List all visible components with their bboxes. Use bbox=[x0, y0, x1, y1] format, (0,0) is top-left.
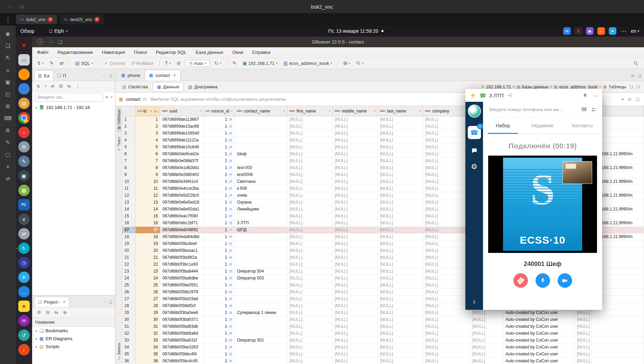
grid-cell[interactable]: [NULL] bbox=[423, 213, 470, 220]
grid-cell[interactable]: 24 bbox=[135, 275, 160, 282]
grid-cell[interactable]: [NULL] bbox=[378, 282, 423, 289]
grid-cell[interactable]: 1↗ bbox=[203, 213, 235, 220]
menu-item-6[interactable]: Окна bbox=[232, 50, 243, 55]
filter-icon[interactable]: ▼ bbox=[417, 110, 421, 112]
grid-cell[interactable]: [NULL] bbox=[333, 171, 378, 178]
fk-link-icon[interactable]: ↗ bbox=[228, 359, 233, 363]
grid-cell[interactable]: 067d66b0f3bd19ad bbox=[160, 296, 203, 303]
grid-cell[interactable]: sveta bbox=[235, 192, 287, 199]
row-number[interactable]: 13 bbox=[122, 199, 135, 206]
row-number[interactable]: 25 bbox=[122, 282, 135, 289]
grid-cell[interactable]: 2 bbox=[135, 123, 160, 130]
grid-cell[interactable]: [NULL] bbox=[378, 247, 423, 254]
grid-cell[interactable]: [NULL] bbox=[333, 247, 378, 254]
grid-cell[interactable]: 21 bbox=[135, 254, 160, 261]
grid-cell[interactable]: 10 bbox=[135, 178, 160, 185]
grid-cell[interactable]: 4 bbox=[135, 137, 160, 144]
fk-link-icon[interactable]: ↗ bbox=[228, 304, 233, 308]
softphone-tab-Контакты[interactable]: Контакты bbox=[562, 117, 602, 134]
grid-cell[interactable]: 067d66b0f3bceac1 bbox=[160, 247, 203, 254]
grid-cell[interactable]: [NULL] bbox=[287, 192, 333, 199]
settings-icon[interactable]: ⚙ bbox=[4, 127, 12, 134]
grid-cell[interactable]: 067d66b0f3ba6dbe bbox=[160, 275, 203, 282]
grid-cell[interactable]: [NULL] bbox=[423, 158, 470, 165]
row-number[interactable]: 29 bbox=[122, 309, 135, 316]
grid-cell[interactable]: [NULL] bbox=[423, 165, 470, 171]
grid-cell[interactable] bbox=[235, 240, 287, 247]
fk-link-icon[interactable]: ↗ bbox=[228, 297, 233, 301]
grid-cell[interactable]: 1↗ bbox=[203, 116, 235, 123]
fk-link-icon[interactable]: ↗ bbox=[228, 214, 233, 218]
column-header-company[interactable]: ABCcompany▼ bbox=[423, 106, 470, 116]
grid-cell[interactable]: [NULL] bbox=[378, 130, 423, 137]
grid-cell[interactable]: 067d66b0de9ced2e bbox=[160, 151, 203, 158]
grid-cell[interactable]: 067d66b0f3bd8f2a bbox=[160, 254, 203, 261]
grid-cell[interactable]: [NULL] bbox=[423, 199, 470, 206]
messages-app-icon[interactable]: … bbox=[18, 286, 30, 297]
row-number[interactable]: 7 bbox=[122, 158, 135, 165]
grid-cell[interactable]: 067d66b0f3bbc4f4 bbox=[160, 351, 203, 358]
grid-cell[interactable] bbox=[235, 116, 287, 123]
grid-cell[interactable]: 1↗ bbox=[203, 289, 235, 296]
chevron-down-icon[interactable]: ▾ bbox=[622, 97, 624, 102]
expander-icon[interactable]: ▸ bbox=[36, 329, 37, 333]
grid-cell[interactable]: [NULL] bbox=[378, 309, 423, 316]
grid-cell[interactable] bbox=[235, 289, 287, 296]
kasm-app-icon[interactable]: ✕ bbox=[18, 40, 30, 51]
grid-cell[interactable]: 27 bbox=[135, 296, 160, 303]
grid-cell[interactable]: 067d66b0f3be0551 bbox=[160, 282, 203, 289]
grid-cell[interactable]: [NULL] bbox=[423, 261, 470, 268]
minimize-icon[interactable]: ─ bbox=[49, 40, 53, 45]
fk-link-icon[interactable]: ↗ bbox=[228, 159, 233, 163]
active-database-select[interactable]: ▥ecss_address_book▾ bbox=[282, 60, 333, 67]
grid-cell[interactable]: 17 bbox=[135, 227, 160, 234]
grid-cell[interactable]: [NULL] bbox=[287, 323, 333, 330]
grid-cell[interactable]: test0006 bbox=[235, 171, 287, 178]
row-number[interactable]: 34 bbox=[122, 344, 135, 351]
grid-cell[interactable]: [NULL] bbox=[378, 206, 423, 213]
row-number[interactable]: 23 bbox=[122, 268, 135, 275]
tab-project[interactable]: ❏ Project - ✕ bbox=[34, 297, 69, 307]
grid-cell[interactable]: [NULL] bbox=[333, 165, 378, 171]
avatar[interactable] bbox=[468, 105, 481, 118]
menu-dots-icon[interactable]: ⋮ bbox=[5, 16, 11, 23]
grid-cell[interactable]: [NULL] bbox=[333, 289, 378, 296]
grid-cell[interactable]: [NULL] bbox=[423, 268, 470, 275]
grid-cell[interactable]: 067d66b0eda64d8d bbox=[160, 234, 203, 240]
row-number[interactable]: 10 bbox=[122, 178, 135, 185]
row-number[interactable]: 18 bbox=[122, 234, 135, 240]
grid-cell[interactable]: [NULL] bbox=[378, 116, 423, 123]
clocks-app-icon[interactable]: ◷ bbox=[18, 257, 30, 268]
settings-app-icon[interactable]: ⚙ bbox=[18, 141, 30, 153]
grid-cell[interactable]: [NULL] bbox=[333, 282, 378, 289]
pc-app-icon[interactable]: PC bbox=[18, 199, 30, 210]
video-button[interactable] bbox=[558, 273, 572, 288]
grid-cell[interactable]: [NULL] bbox=[333, 158, 378, 165]
global-search-button[interactable] bbox=[632, 60, 640, 67]
grid-cell[interactable]: [NULL] bbox=[423, 130, 470, 137]
grid-cell[interactable]: 1↗ bbox=[203, 261, 235, 268]
grid-cell[interactable]: [NULL] bbox=[470, 309, 503, 316]
grid-cell[interactable]: 7 bbox=[135, 158, 160, 165]
grid-cell[interactable]: [NULL] bbox=[287, 213, 333, 220]
collapse-icon[interactable]: ∨ bbox=[4, 163, 12, 170]
menu-item-0[interactable]: Файл bbox=[37, 50, 48, 55]
close-icon[interactable]: ✕ bbox=[37, 39, 43, 45]
grid-cell[interactable] bbox=[235, 330, 287, 337]
chevron-right-icon[interactable]: › bbox=[473, 297, 475, 306]
grid-cell[interactable]: [NULL] bbox=[423, 358, 470, 364]
links-app-icon[interactable]: ⇄ bbox=[18, 228, 30, 239]
tweaks-app-icon[interactable]: ✎ bbox=[18, 156, 30, 167]
grid-cell[interactable]: [NULL] bbox=[287, 130, 333, 137]
grid-cell[interactable] bbox=[235, 123, 287, 130]
grid-cell[interactable]: [NULL] bbox=[575, 323, 591, 330]
fk-link-icon[interactable]: ↗ bbox=[228, 242, 233, 246]
grid-cell[interactable]: Светлана bbox=[235, 178, 287, 185]
open-connection-button[interactable]: ✎ bbox=[48, 60, 55, 67]
grid-cell[interactable] bbox=[235, 213, 287, 220]
fk-link-icon[interactable]: ↗ bbox=[228, 228, 233, 232]
grid-cell[interactable]: 1↗ bbox=[203, 234, 235, 240]
row-number[interactable]: 16 bbox=[122, 220, 135, 227]
schema-button[interactable]: ⊞▾ bbox=[342, 60, 352, 67]
grid-cell[interactable]: 1↗ bbox=[203, 296, 235, 303]
